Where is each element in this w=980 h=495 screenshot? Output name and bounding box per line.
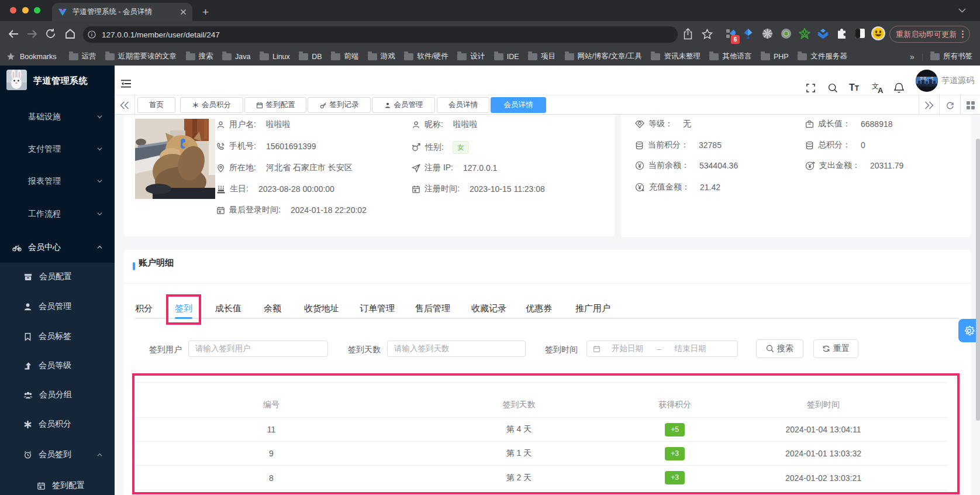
svg-text:文也一生: 文也一生 bbox=[920, 76, 934, 80]
